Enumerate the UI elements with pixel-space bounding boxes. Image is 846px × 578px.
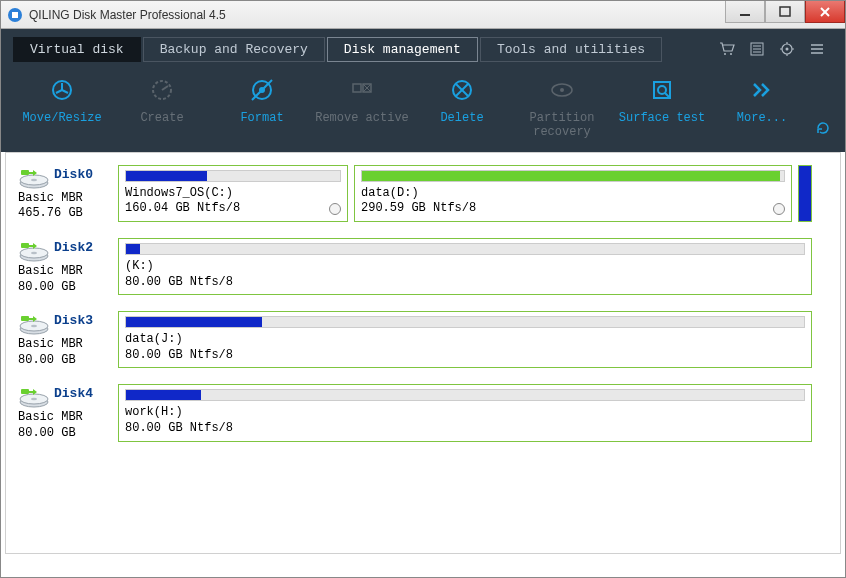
usage-bar [125,243,805,255]
partition-detail: 80.00 GB Ntfs/8 [125,421,805,437]
disk-icon [18,240,50,262]
disk-row: Disk0Basic MBR465.76 GBWindows7_OS(C:)16… [18,165,828,222]
partition-sliver[interactable] [798,165,812,222]
disk-info[interactable]: Disk3Basic MBR80.00 GB [18,311,112,368]
disk-size: 80.00 GB [18,280,112,296]
tool-format[interactable]: Format [215,71,309,125]
svg-rect-2 [740,14,750,16]
usage-bar-fill [126,171,207,181]
disk-info[interactable]: Disk0Basic MBR465.76 GB [18,165,112,222]
tool-remove-active[interactable]: Remove active [315,71,409,125]
usage-bar [125,389,805,401]
window-title: QILING Disk Master Professional 4.5 [29,8,226,22]
tab-tools-utilities[interactable]: Tools and utilities [480,37,662,62]
partition-detail: 80.00 GB Ntfs/8 [125,275,805,291]
svg-rect-26 [353,84,361,92]
tool-delete[interactable]: Delete [415,71,509,125]
disk-row: Disk4Basic MBR80.00 GBwork(H:)80.00 GB N… [18,384,828,441]
partition-radio[interactable] [329,203,341,215]
refresh-icon[interactable] [815,120,831,136]
header: Virtual disk Backup and Recovery Disk ma… [1,29,845,152]
partition-label: data(D:) [361,186,785,202]
disk-type: Basic MBR [18,264,112,280]
disk-row: Disk3Basic MBR80.00 GBdata(J:)80.00 GB N… [18,311,828,368]
tool-more[interactable]: More... [715,71,809,125]
usage-bar [361,170,785,182]
minimize-button[interactable] [725,1,765,23]
list-icon[interactable] [749,41,765,57]
partition-detail: 160.04 GB Ntfs/8 [125,201,341,217]
remove-active-icon [315,75,409,105]
usage-bar [125,170,341,182]
cart-icon[interactable] [719,41,735,57]
partition-recovery-icon [515,75,609,105]
titlebar: QILING Disk Master Professional 4.5 [1,1,845,29]
partition-detail: 80.00 GB Ntfs/8 [125,348,805,364]
partition[interactable]: data(J:)80.00 GB Ntfs/8 [118,311,812,368]
tab-backup-recovery[interactable]: Backup and Recovery [143,37,325,62]
svg-rect-49 [21,316,29,321]
svg-point-6 [724,53,726,55]
partition-detail: 290.59 GB Ntfs/8 [361,201,785,217]
gear-icon[interactable] [779,41,795,57]
tab-disk-management[interactable]: Disk management [327,37,478,62]
partition[interactable]: data(D:)290.59 GB Ntfs/8 [354,165,792,222]
partition[interactable]: work(H:)80.00 GB Ntfs/8 [118,384,812,441]
svg-line-37 [665,93,669,97]
disk-content: Disk0Basic MBR465.76 GBWindows7_OS(C:)16… [5,152,841,554]
disk-type: Basic MBR [18,191,112,207]
partition[interactable]: (K:)80.00 GB Ntfs/8 [118,238,812,295]
partition[interactable]: Windows7_OS(C:)160.04 GB Ntfs/8 [118,165,348,222]
usage-bar [125,316,805,328]
usage-bar-fill [126,390,201,400]
disk-type: Basic MBR [18,410,112,426]
disk-info[interactable]: Disk2Basic MBR80.00 GB [18,238,112,295]
disk-row: Disk2Basic MBR80.00 GB(K:)80.00 GB Ntfs/… [18,238,828,295]
svg-point-36 [658,86,666,94]
format-icon [215,75,309,105]
menu-icon[interactable] [809,41,825,57]
svg-point-52 [31,398,37,400]
app-icon [7,7,23,23]
tool-surface-test[interactable]: Surface test [615,71,709,125]
disk-size: 80.00 GB [18,353,112,369]
disk-name: Disk0 [54,167,93,182]
partition-label: data(J:) [125,332,805,348]
disk-size: 80.00 GB [18,426,112,442]
disk-info[interactable]: Disk4Basic MBR80.00 GB [18,384,112,441]
disk-icon [18,386,50,408]
disk-name: Disk4 [54,386,93,401]
toolbar: Move/Resize Create Format Remove active … [1,63,845,152]
partition-label: work(H:) [125,405,805,421]
svg-point-13 [786,48,789,51]
maximize-button[interactable] [765,1,805,23]
create-icon [115,75,209,105]
disk-size: 465.76 GB [18,206,112,222]
tab-virtual-disk[interactable]: Virtual disk [13,37,141,62]
svg-rect-3 [780,7,790,16]
more-icon [715,75,809,105]
move-resize-icon [15,75,109,105]
tabbar-right-icons [719,41,833,57]
svg-rect-53 [21,389,29,394]
tabbar: Virtual disk Backup and Recovery Disk ma… [1,29,845,63]
partition-radio[interactable] [773,203,785,215]
svg-point-48 [31,325,37,327]
usage-bar-fill [126,317,262,327]
window-controls [725,1,845,23]
disk-name: Disk2 [54,240,93,255]
tool-partition-recovery[interactable]: Partition recovery [515,71,609,140]
partition-label: (K:) [125,259,805,275]
surface-test-icon [615,75,709,105]
delete-icon [415,75,509,105]
close-button[interactable] [805,1,845,23]
svg-point-44 [31,252,37,254]
svg-rect-45 [21,243,29,248]
disk-name: Disk3 [54,313,93,328]
tool-create[interactable]: Create [115,71,209,125]
disk-type: Basic MBR [18,337,112,353]
usage-bar-fill [362,171,780,181]
disk-icon [18,167,50,189]
tool-move-resize[interactable]: Move/Resize [15,71,109,125]
svg-point-34 [560,88,564,92]
